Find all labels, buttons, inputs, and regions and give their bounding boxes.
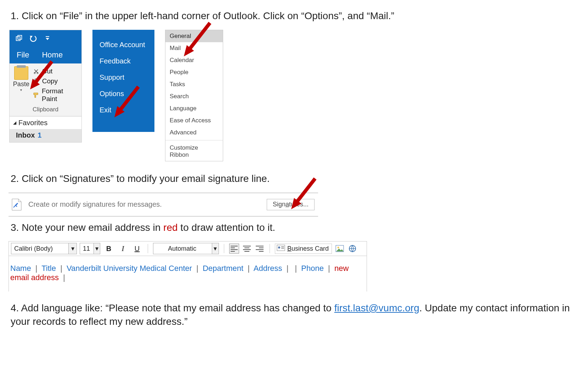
sig-name: Name: [10, 264, 31, 273]
sig-department: Department: [203, 264, 243, 273]
svg-point-12: [338, 247, 339, 249]
quick-access-toolbar: [10, 30, 81, 46]
step-3-text: 3. Note your new email address in red to…: [11, 221, 579, 234]
sig-address: Address: [254, 264, 282, 273]
align-left-button[interactable]: [229, 244, 239, 254]
favorites-header[interactable]: ◢ Favorites: [10, 116, 81, 129]
inbox-count: 1: [38, 131, 41, 139]
example-email-link[interactable]: first.last@vumc.org: [334, 302, 419, 313]
align-center-button[interactable]: [242, 244, 252, 254]
sig-org: Vanderbilt University Medical Center: [67, 264, 192, 273]
signature-page-icon: [11, 198, 22, 211]
paste-dropdown-icon[interactable]: ▾: [12, 88, 31, 92]
menu-office-account[interactable]: Office Account: [100, 40, 154, 49]
font-size-select[interactable]: 11 ▾: [80, 243, 100, 254]
menu-feedback[interactable]: Feedback: [100, 57, 154, 65]
signature-preview[interactable]: Name | Title | Vanderbilt University Med…: [9, 256, 367, 291]
chevron-down-icon: ◢: [13, 120, 16, 125]
editor-toolbar: Calibri (Body) ▾ 11 ▾ B I U Automatic ▾: [9, 241, 367, 256]
opt-tasks[interactable]: Tasks: [165, 78, 223, 90]
tab-file[interactable]: File: [17, 50, 29, 60]
chevron-down-icon: ▾: [68, 243, 77, 254]
opt-customize-ribbon[interactable]: Customize Ribbon: [165, 142, 223, 161]
step-1-text: 1. Click on “File” in the upper left-han…: [11, 9, 579, 23]
insert-hyperlink-button[interactable]: [347, 244, 357, 254]
clipboard-group-caption: Clipboard: [12, 104, 79, 115]
font-color-value: Automatic: [156, 245, 212, 252]
illustration-panels: File Home Paste ▾ Cut: [9, 30, 579, 161]
font-color-select[interactable]: Automatic ▾: [153, 243, 219, 254]
paste-icon[interactable]: [14, 66, 28, 80]
sig-phone: Phone: [301, 264, 324, 273]
toolbar-separator: [148, 244, 148, 253]
sig-title: Title: [41, 264, 56, 273]
step-2-text: 2. Click on “Signatures” to modify your …: [11, 172, 579, 185]
insert-picture-button[interactable]: [335, 244, 345, 254]
signature-editor: Calibri (Body) ▾ 11 ▾ B I U Automatic ▾: [9, 241, 367, 291]
step-4-text: 4. Add language like: “Please note that …: [11, 301, 579, 328]
inbox-label: Inbox: [16, 131, 35, 139]
toolbar-separator: [224, 244, 224, 253]
opt-search[interactable]: Search: [165, 90, 223, 102]
opt-language[interactable]: Language: [165, 102, 223, 115]
italic-button[interactable]: I: [117, 243, 129, 254]
favorites-label: Favorites: [18, 119, 47, 127]
inbox-folder[interactable]: Inbox 1: [10, 129, 81, 142]
font-family-select[interactable]: Calibri (Body) ▾: [11, 243, 77, 254]
format-painter-button[interactable]: Format Paint: [32, 86, 79, 104]
business-card-button[interactable]: Business Card: [275, 244, 332, 254]
svg-rect-9: [281, 246, 284, 247]
align-right-button[interactable]: [255, 244, 265, 254]
bold-button[interactable]: B: [103, 243, 114, 254]
menu-support[interactable]: Support: [100, 73, 154, 82]
customize-qat-icon[interactable]: [43, 34, 52, 43]
backstage-menu: Office Account Feedback Support Options …: [92, 30, 154, 132]
arrow-options: [110, 83, 142, 121]
toolbar-separator: [270, 244, 270, 253]
signatures-description: Create or modify signatures for messages…: [28, 200, 162, 208]
opt-advanced[interactable]: Advanced: [165, 127, 223, 139]
step-3-red-word: red: [163, 222, 177, 233]
opt-calendar[interactable]: Calendar: [165, 54, 223, 66]
svg-point-8: [278, 246, 280, 249]
business-card-icon: [277, 245, 285, 253]
undo-icon[interactable]: [29, 34, 38, 43]
font-size-value: 11: [83, 245, 94, 252]
opt-people[interactable]: People: [165, 66, 223, 78]
font-family-value: Calibri (Body): [14, 245, 56, 252]
format-painter-label: Format Paint: [42, 87, 79, 103]
signatures-settings-row: Create or modify signatures for messages…: [9, 193, 318, 217]
chevron-down-icon: ▾: [212, 243, 219, 254]
options-categories-panel: General Mail Calendar People Tasks Searc…: [165, 30, 223, 161]
tab-home[interactable]: Home: [42, 50, 63, 60]
format-painter-icon: [33, 92, 39, 98]
chevron-down-icon: ▾: [94, 243, 100, 254]
svg-rect-10: [281, 248, 284, 249]
opt-separator: [165, 140, 223, 140]
svg-rect-2: [46, 36, 49, 37]
restore-window-icon[interactable]: [15, 34, 24, 43]
opt-ease-of-access[interactable]: Ease of Access: [165, 115, 223, 127]
underline-button[interactable]: U: [131, 243, 143, 254]
outlook-ribbon-panel: File Home Paste ▾ Cut: [9, 30, 82, 143]
